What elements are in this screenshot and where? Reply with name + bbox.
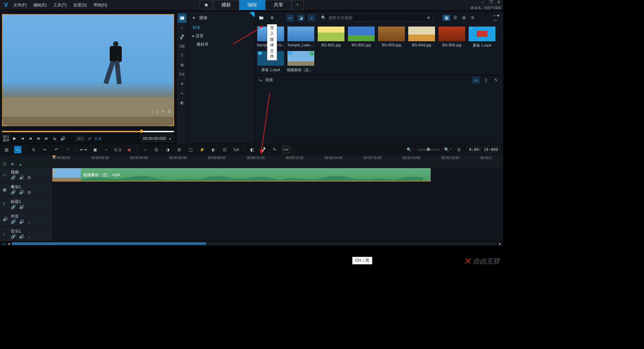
- view-grid-icon[interactable]: ⊞: [460, 15, 468, 21]
- browse-icon-a[interactable]: ▭: [472, 77, 480, 84]
- redo-icon[interactable]: ↷: [64, 146, 71, 153]
- timeline-view-icon[interactable]: ▭: [14, 146, 21, 153]
- pin-icon[interactable]: [249, 12, 255, 17]
- scrub-bar[interactable]: [2, 128, 174, 134]
- media-item[interactable]: BG-B04.jpg: [408, 26, 435, 48]
- audio-icon[interactable]: 🔊: [19, 175, 24, 180]
- zoom-slider[interactable]: [418, 149, 440, 151]
- cat-plugin-icon[interactable]: ✿: [178, 60, 186, 70]
- view-sort-icon[interactable]: ⇅: [469, 15, 476, 21]
- mute-button[interactable]: 🔊: [60, 136, 66, 142]
- tab-home[interactable]: [200, 0, 213, 10]
- filter-image-icon[interactable]: ◪: [297, 14, 305, 21]
- list-icon[interactable]: ☷: [3, 162, 6, 167]
- tool-m[interactable]: ⚡: [198, 146, 206, 153]
- menu-file[interactable]: 文件(F): [10, 2, 30, 8]
- window-close[interactable]: ✕: [496, 0, 501, 4]
- tool-j[interactable]: ◑: [164, 146, 171, 153]
- settings-icon[interactable]: ⚙: [268, 14, 276, 21]
- menu-edit[interactable]: 编辑(E): [30, 2, 50, 8]
- media-item[interactable]: Sample_Lake....: [287, 26, 315, 48]
- mark-out-icon[interactable]: ]: [157, 109, 158, 114]
- media-item[interactable]: BG-B05.jpg: [438, 26, 466, 48]
- media-item[interactable]: BG-B02.jpg: [347, 26, 375, 48]
- label-clip[interactable]: 素材: [3, 139, 9, 142]
- cat-transition-icon[interactable]: ▞: [178, 32, 186, 42]
- timeline-ruler[interactable]: 00:00:00:0000:00:02:0000:00:04:0000:00:0…: [0, 155, 503, 161]
- timeline-scrollbar[interactable]: ▭◂ ▸: [0, 241, 503, 246]
- tool-k[interactable]: ⊟: [175, 146, 183, 153]
- track-content[interactable]: ★ 视频素材（总）.mp4: [52, 167, 503, 241]
- step-fwd-button[interactable]: [36, 136, 42, 142]
- mark-in-icon[interactable]: [: [152, 109, 153, 114]
- link-icon[interactable]: 🔗: [11, 205, 16, 209]
- view-large-icon[interactable]: ▦: [443, 15, 450, 21]
- cat-magic-icon[interactable]: ✦: [178, 79, 186, 89]
- tool-o[interactable]: ⊡: [221, 146, 228, 153]
- media-item[interactable]: ▭✓视频素材（总）....: [287, 51, 315, 72]
- tool-t3d[interactable]: T₃D: [232, 146, 240, 153]
- media-item[interactable]: BG-B01.jpg: [317, 26, 345, 48]
- upload-icon[interactable]: [291, 0, 304, 10]
- tool-h[interactable]: ⫞: [141, 146, 149, 153]
- cat-audio-icon[interactable]: ♪: [178, 23, 186, 32]
- aspect-ratio[interactable]: 16:9: [76, 136, 85, 141]
- play-button[interactable]: [11, 136, 17, 142]
- preview-timecode[interactable]: 00:00:00:000 ◂: [140, 135, 173, 142]
- step-back-button[interactable]: [28, 136, 34, 142]
- library-search[interactable]: 🔍 ✕: [319, 14, 433, 21]
- media-item[interactable]: BG-B03.jpg: [378, 26, 405, 48]
- tool-g[interactable]: ◉: [125, 146, 133, 153]
- media-item[interactable]: ▭屏幕 1.mp4: [468, 26, 496, 48]
- link-icon[interactable]: 🔗: [11, 219, 16, 224]
- undo-icon[interactable]: ↶: [53, 146, 60, 153]
- cat-fx-icon[interactable]: FX: [178, 70, 186, 79]
- tab-edit[interactable]: 编辑: [239, 0, 265, 10]
- tool-a[interactable]: ⎘: [30, 146, 37, 153]
- view-list-icon[interactable]: ☰: [451, 15, 459, 21]
- tree-assets[interactable]: 素材库: [188, 40, 255, 49]
- timeline-clip[interactable]: ★ 视频素材（总）.mp4: [52, 168, 431, 182]
- fx-icon[interactable]: ⊞: [28, 175, 31, 180]
- track-add-icon[interactable]: ▲: [18, 162, 22, 167]
- search-input[interactable]: [328, 15, 425, 20]
- tree-sample[interactable]: 样本: [188, 23, 255, 32]
- link-icon[interactable]: 🔗: [11, 190, 16, 195]
- cat-speed-icon[interactable]: ◐: [178, 98, 186, 107]
- menu-settings[interactable]: 设置(S): [70, 2, 90, 8]
- zoom-out-icon[interactable]: 🔍⁻: [406, 146, 414, 153]
- browse-icon-c[interactable]: ✎: [492, 77, 500, 84]
- copy-icon[interactable]: ⧉: [168, 109, 171, 114]
- eye-icon[interactable]: 👁: [10, 162, 14, 167]
- menu-tools[interactable]: 工具(T): [50, 2, 70, 8]
- zoom-in-icon[interactable]: 🔍⁺: [444, 146, 451, 153]
- tab-capture[interactable]: 捕获: [213, 0, 239, 10]
- tab-share[interactable]: 共享: [265, 0, 291, 10]
- import-media-button[interactable]: 导入媒体文件: [258, 14, 265, 21]
- loop-button[interactable]: ⇆: [52, 136, 58, 142]
- storyboard-view-icon[interactable]: ▤: [3, 146, 10, 153]
- lib-slider-icon[interactable]: —●—: [493, 14, 500, 21]
- fx-icon[interactable]: ⊞: [28, 190, 31, 195]
- chevron-down-icon[interactable]: ⌄: [28, 234, 31, 239]
- tree-background[interactable]: ▸ 背景: [188, 32, 255, 40]
- timeline-timecode[interactable]: 0:00: 19:009: [467, 146, 500, 153]
- tool-d[interactable]: ▣: [91, 146, 99, 153]
- tool-r[interactable]: ✎: [271, 146, 278, 153]
- window-minimize[interactable]: –: [480, 0, 485, 4]
- filter-audio-icon[interactable]: ♪: [308, 14, 315, 21]
- go-end-button[interactable]: [44, 136, 50, 142]
- preview-canvas[interactable]: [ ] ✂ ⧉: [2, 14, 174, 126]
- scissors-icon[interactable]: ✂: [161, 109, 165, 114]
- link-icon[interactable]: 🔗: [11, 234, 16, 239]
- tool-c[interactable]: ⇤⇥: [80, 146, 87, 153]
- resize-icon[interactable]: ⤢: [87, 136, 93, 142]
- add-folder[interactable]: ＋添加: [188, 12, 255, 23]
- filter-video-icon[interactable]: ▭: [286, 14, 294, 21]
- audio-icon[interactable]: 🔊: [19, 219, 24, 224]
- browse-button[interactable]: 浏览: [265, 77, 273, 83]
- clear-search-icon[interactable]: ✕: [427, 15, 430, 20]
- tool-gif[interactable]: GIF: [282, 146, 290, 153]
- tool-b[interactable]: ✂: [41, 146, 49, 153]
- audio-icon[interactable]: 🔊: [19, 190, 24, 195]
